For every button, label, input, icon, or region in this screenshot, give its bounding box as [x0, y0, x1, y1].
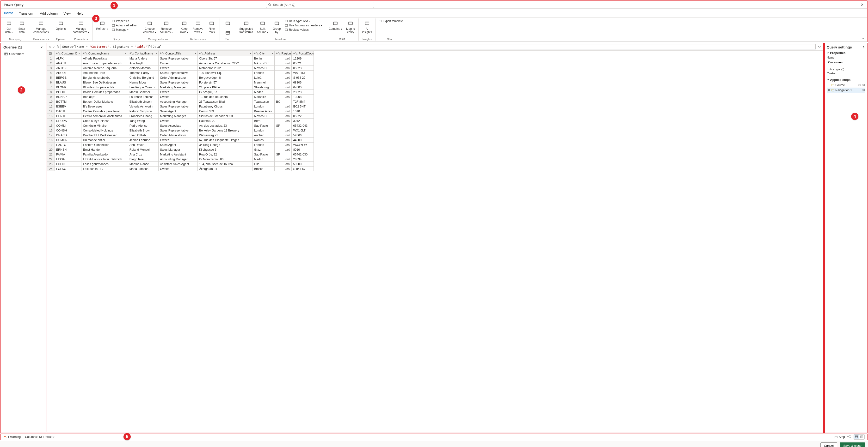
- cell[interactable]: Berkeley Gardens 12 Brewery: [197, 128, 252, 133]
- group-by-button[interactable]: Groupby: [271, 19, 283, 35]
- table-row[interactable]: 4AROUTAround the HornThomas HardySales R…: [47, 71, 314, 75]
- table-row[interactable]: 20ERNSHErnst HandelRoland MendelSales Ma…: [47, 147, 314, 152]
- search-box[interactable]: Search (Alt + Q): [266, 2, 374, 8]
- data-type-button[interactable]: Data type: Text ▾: [284, 19, 323, 23]
- cell[interactable]: México D.F.: [252, 61, 275, 66]
- cell[interactable]: null: [275, 162, 292, 167]
- cell[interactable]: 68306: [292, 80, 314, 85]
- warning-indicator[interactable]: 1 warning: [3, 435, 21, 439]
- cell[interactable]: Berlin: [252, 56, 275, 61]
- cell[interactable]: Chop-suey Chinese: [82, 118, 128, 123]
- diagram-flow-button[interactable]: [847, 435, 851, 439]
- cell[interactable]: Bon app': [82, 95, 128, 99]
- suggested-transforms-button[interactable]: Suggestedtransforms: [238, 19, 254, 35]
- cell[interactable]: Ann Devon: [128, 142, 158, 147]
- cell[interactable]: null: [275, 104, 292, 109]
- cell[interactable]: null: [275, 95, 292, 99]
- cell[interactable]: null: [275, 109, 292, 114]
- cell[interactable]: Antonio Moreno: [128, 66, 158, 71]
- cell[interactable]: COMMI: [55, 123, 82, 128]
- cell[interactable]: EC2 5NT: [292, 104, 314, 109]
- cell[interactable]: Du monde entier: [82, 138, 128, 142]
- collapse-settings-button[interactable]: [862, 46, 865, 49]
- cell[interactable]: Aria Cruz: [128, 152, 158, 157]
- cell[interactable]: Berguvsvägen 8: [197, 75, 252, 80]
- cell[interactable]: Comércio Mineiro: [82, 123, 128, 128]
- cell[interactable]: London: [252, 128, 275, 133]
- close-button[interactable]: ✕: [859, 2, 865, 7]
- cell[interactable]: Folies gourmandes: [82, 162, 128, 167]
- row-number[interactable]: 21: [47, 152, 55, 157]
- cell[interactable]: Consolidated Holdings: [82, 128, 128, 133]
- applied-step[interactable]: ✕Navigation 1⧉: [827, 88, 865, 93]
- column-header[interactable]: ABCContactTitle▾: [158, 51, 197, 56]
- cell[interactable]: 12209: [292, 56, 314, 61]
- cell[interactable]: Nantes: [252, 138, 275, 142]
- row-number[interactable]: 13: [47, 114, 55, 118]
- cell[interactable]: ALFKI: [55, 56, 82, 61]
- applied-steps-section[interactable]: Applied steps: [827, 78, 865, 81]
- table-row[interactable]: 18DUMONDu monde entierJanine LabruneOwne…: [47, 138, 314, 142]
- column-filter-icon[interactable]: ▾: [250, 52, 251, 55]
- column-filter-icon[interactable]: ▾: [125, 52, 126, 55]
- row-number[interactable]: 18: [47, 138, 55, 142]
- cell[interactable]: Accounting Manager: [158, 99, 197, 104]
- cell[interactable]: Marketing Manager: [158, 114, 197, 118]
- cell[interactable]: Cactus Comidas para llevar: [82, 109, 128, 114]
- row-number[interactable]: 17: [47, 133, 55, 138]
- cell[interactable]: Frédérique Citeaux: [128, 85, 158, 90]
- cell[interactable]: 12, rue des Bouchers: [197, 95, 252, 99]
- table-row[interactable]: 2ANATRAna Trujillo Emparedados y helados…: [47, 61, 314, 66]
- column-filter-icon[interactable]: ▾: [79, 52, 80, 55]
- cell[interactable]: 1010: [292, 109, 314, 114]
- fx-icon[interactable]: fx: [57, 45, 59, 49]
- cell[interactable]: Owner: [158, 118, 197, 123]
- table-row[interactable]: 23FOLIGFolies gourmandesMartine RancéAss…: [47, 162, 314, 167]
- cell[interactable]: Ana Trujillo: [128, 61, 158, 66]
- map-to-entity-button[interactable]: Map toentity: [344, 19, 356, 35]
- cell[interactable]: null: [275, 66, 292, 71]
- cell[interactable]: 67000: [292, 85, 314, 90]
- formula-cancel-icon[interactable]: ✕: [49, 45, 51, 49]
- cell[interactable]: null: [275, 56, 292, 61]
- row-number[interactable]: 15: [47, 123, 55, 128]
- cell[interactable]: Sales Representative: [158, 71, 197, 75]
- replace-values-button[interactable]: Replace values: [284, 28, 323, 32]
- cell[interactable]: Diego Roel: [128, 157, 158, 162]
- cell[interactable]: S-958 22: [292, 75, 314, 80]
- cell[interactable]: Antonio Moreno Taquería: [82, 66, 128, 71]
- cell[interactable]: Buenos Aires: [252, 109, 275, 114]
- cell[interactable]: null: [275, 85, 292, 90]
- cell[interactable]: CONSH: [55, 128, 82, 133]
- cell[interactable]: null: [275, 147, 292, 152]
- cell[interactable]: 52066: [292, 133, 314, 138]
- cell[interactable]: Sales Representative: [158, 56, 197, 61]
- cell[interactable]: Tsawassen: [252, 99, 275, 104]
- column-filter-icon[interactable]: ▾: [156, 52, 157, 55]
- keep-rows-button[interactable]: Keeprows ▾: [178, 19, 190, 35]
- schema-view-button[interactable]: [859, 435, 864, 439]
- query-name-input[interactable]: [827, 60, 865, 65]
- remove-columns-button[interactable]: Removecolumns ▾: [159, 19, 174, 35]
- cell[interactable]: DUMON: [55, 138, 82, 142]
- cell[interactable]: BONAP: [55, 95, 82, 99]
- cell[interactable]: null: [275, 61, 292, 66]
- cell[interactable]: Luleå: [252, 75, 275, 80]
- cell[interactable]: B's Beverages: [82, 104, 128, 109]
- gear-icon[interactable]: ⚙: [858, 83, 861, 87]
- table-row[interactable]: 11BSBEVB's BeveragesVictoria AshworthSal…: [47, 104, 314, 109]
- formula-commit-icon[interactable]: ✓: [53, 45, 55, 49]
- cell[interactable]: Sales Agent: [158, 142, 197, 147]
- cell[interactable]: WA1 1DP: [292, 71, 314, 75]
- advanced-editor-button[interactable]: Advanced editor: [111, 23, 138, 28]
- tab-transform[interactable]: Transform: [19, 11, 34, 17]
- column-header[interactable]: ABCCompanyName▾: [82, 51, 128, 56]
- row-number[interactable]: 7: [47, 85, 55, 90]
- cell[interactable]: FISSA Fabrica Inter. Salchichas S.A.: [82, 157, 128, 162]
- row-number[interactable]: 24: [47, 167, 55, 171]
- cell[interactable]: Forsterstr. 57: [197, 80, 252, 85]
- first-row-headers-button[interactable]: Use first row as headers ▾: [284, 23, 323, 28]
- sort-asc-button[interactable]: [222, 19, 234, 28]
- cell[interactable]: Owner: [158, 95, 197, 99]
- cancel-button[interactable]: Cancel: [820, 442, 837, 447]
